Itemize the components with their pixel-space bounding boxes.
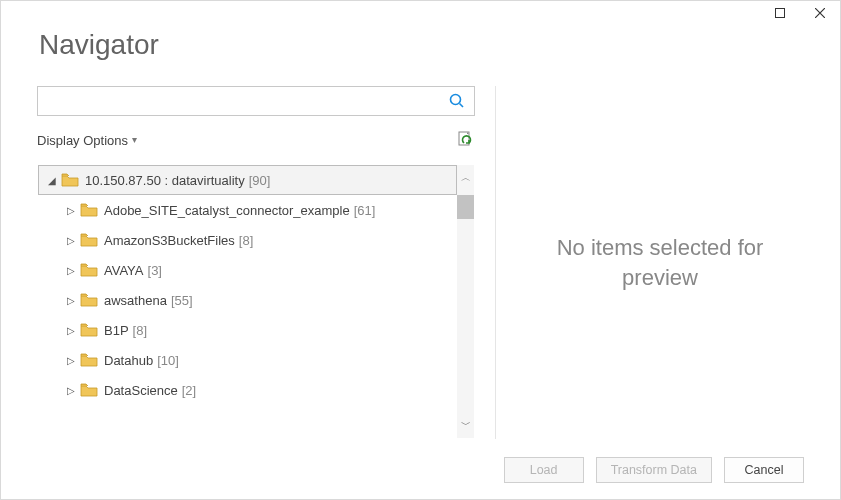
preview-pane: No items selected for preview [516,86,804,439]
expand-tree-icon[interactable]: ▷ [62,265,80,276]
tree-node[interactable]: ▷ AmazonS3BucketFiles [8] [38,225,457,255]
tree-node-count: [2] [182,383,196,398]
search-field[interactable] [37,86,475,116]
tree-node-count: [3] [148,263,162,278]
dialog-footer: Load Transform Data Cancel [504,457,804,483]
folder-icon [80,323,98,337]
folder-icon [61,173,79,187]
tree-node-count: [61] [354,203,376,218]
tree-root-count: [90] [249,173,271,188]
tree-node-label: awsathena [104,293,167,308]
tree-node[interactable]: ▷ B1P [8] [38,315,457,345]
expand-tree-icon[interactable]: ▷ [62,205,80,216]
tree-node[interactable]: ▷ AVAYA [3] [38,255,457,285]
preview-empty-message: No items selected for preview [557,233,764,292]
folder-icon [80,203,98,217]
expand-tree-icon[interactable]: ▷ [62,235,80,246]
left-pane: Display Options ▾ ◢ [37,86,475,439]
window-controls [760,1,840,29]
svg-point-1 [451,95,461,105]
tree: ◢ 10.150.87.50 : datavirtuality [90] ▷ A… [37,164,475,439]
search-icon[interactable] [440,87,474,115]
maximize-icon [775,8,785,18]
tree-node-count: [55] [171,293,193,308]
scroll-down-icon[interactable]: ﹀ [461,412,471,438]
tree-scrollbar[interactable]: ︿ ﹀ [457,165,474,438]
tree-rows: ◢ 10.150.87.50 : datavirtuality [90] ▷ A… [38,165,457,405]
folder-icon [80,293,98,307]
svg-rect-0 [776,9,785,18]
tree-node-count: [10] [157,353,179,368]
pane-divider [495,86,496,439]
display-options-label: Display Options [37,133,128,148]
tree-root-label: 10.150.87.50 : datavirtuality [85,173,245,188]
expand-tree-icon[interactable]: ▷ [62,385,80,396]
expand-tree-icon[interactable]: ▷ [62,295,80,306]
search-input[interactable] [38,87,440,115]
scroll-thumb[interactable] [457,195,474,219]
cancel-button[interactable]: Cancel [724,457,804,483]
folder-icon [80,233,98,247]
tree-node-label: AVAYA [104,263,144,278]
collapse-tree-icon[interactable]: ◢ [43,175,61,186]
options-row: Display Options ▾ [37,126,475,154]
folder-icon [80,353,98,367]
tree-node-count: [8] [133,323,147,338]
tree-node[interactable]: ▷ DataScience [2] [38,375,457,405]
folder-icon [80,263,98,277]
load-button[interactable]: Load [504,457,584,483]
transform-data-button[interactable]: Transform Data [596,457,712,483]
tree-node[interactable]: ▷ Datahub [10] [38,345,457,375]
tree-node[interactable]: ▷ Adobe_SITE_catalyst_connector_example … [38,195,457,225]
maximize-button[interactable] [760,1,800,25]
tree-node-label: AmazonS3BucketFiles [104,233,235,248]
tree-node-count: [8] [239,233,253,248]
tree-node-label: B1P [104,323,129,338]
navigator-dialog: Navigator Display Options ▾ [0,0,841,500]
close-button[interactable] [800,1,840,25]
tree-node-label: DataScience [104,383,178,398]
window-title: Navigator [39,29,159,61]
scroll-up-icon[interactable]: ︿ [461,165,471,191]
tree-node-label: Adobe_SITE_catalyst_connector_example [104,203,350,218]
tree-root-node[interactable]: ◢ 10.150.87.50 : datavirtuality [90] [38,165,457,195]
folder-icon [80,383,98,397]
refresh-icon[interactable] [455,130,475,150]
tree-node-label: Datahub [104,353,153,368]
chevron-down-icon: ▾ [132,134,137,145]
expand-tree-icon[interactable]: ▷ [62,355,80,366]
tree-node[interactable]: ▷ awsathena [55] [38,285,457,315]
display-options-button[interactable]: Display Options ▾ [37,133,137,148]
expand-tree-icon[interactable]: ▷ [62,325,80,336]
close-icon [815,8,825,18]
content-area: Display Options ▾ ◢ [37,86,804,439]
